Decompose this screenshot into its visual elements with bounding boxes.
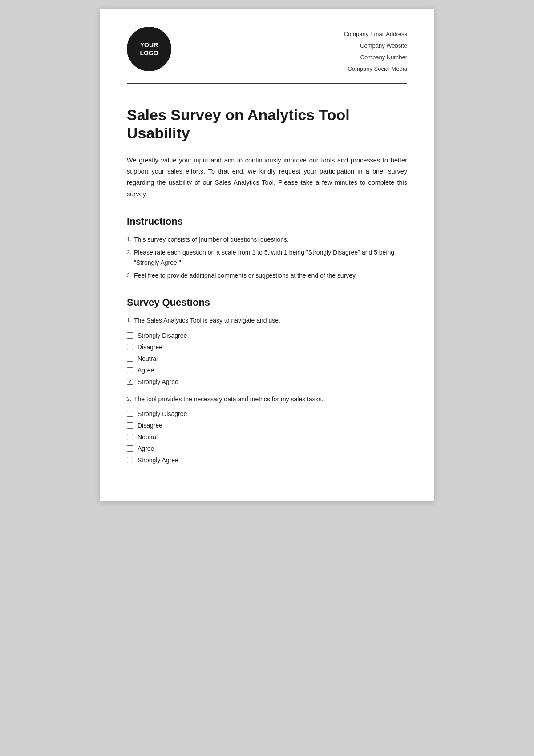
question-2-options: Strongly Disagree Disagree Neutral Agree (127, 410, 407, 464)
q1-option-strongly-agree[interactable]: Strongly Agree (127, 378, 407, 385)
question-1-options: Strongly Disagree Disagree Neutral Agree (127, 332, 407, 385)
instructions-list: 1. This survey consists of [number of qu… (127, 234, 407, 281)
q2-option-agree[interactable]: Agree (127, 445, 407, 452)
company-number: Company Number (344, 52, 407, 63)
instruction-item-1: 1. This survey consists of [number of qu… (127, 234, 407, 245)
page-header: YOUR LOGO Company Email Address Company … (127, 27, 407, 84)
q1-checkbox-strongly-disagree[interactable] (127, 332, 133, 339)
q2-checkbox-strongly-agree[interactable] (127, 457, 133, 463)
instruction-item-2: 2. Please rate each question on a scale … (127, 247, 407, 268)
instructions-section: Instructions 1. This survey consists of … (127, 216, 407, 281)
logo-line2: LOGO (140, 49, 158, 57)
q2-option-neutral[interactable]: Neutral (127, 433, 407, 441)
company-logo: YOUR LOGO (127, 27, 171, 71)
intro-text: We greatly value your input and aim to c… (127, 155, 407, 200)
q1-option-agree[interactable]: Agree (127, 367, 407, 374)
q2-checkbox-agree[interactable] (127, 445, 133, 452)
q2-checkbox-disagree[interactable] (127, 422, 133, 429)
survey-title: Survey Questions (127, 297, 407, 308)
logo-line1: YOUR (140, 41, 158, 49)
question-2-text: 2. The tool provides the necessary data … (127, 394, 407, 404)
company-email: Company Email Address (344, 28, 407, 40)
company-social: Company Social Media (344, 63, 407, 75)
survey-questions-section: Survey Questions 1. The Sales Analytics … (127, 297, 407, 464)
q1-checkbox-strongly-agree[interactable] (127, 379, 133, 385)
company-info-block: Company Email Address Company Website Co… (344, 28, 407, 75)
instruction-item-3: 3. Feel free to provide additional comme… (127, 271, 407, 281)
q2-checkbox-strongly-disagree[interactable] (127, 411, 133, 417)
question-1: 1. The Sales Analytics Tool is easy to n… (127, 315, 407, 385)
q2-checkbox-neutral[interactable] (127, 434, 133, 440)
question-2: 2. The tool provides the necessary data … (127, 394, 407, 464)
q1-option-disagree[interactable]: Disagree (127, 344, 407, 351)
q2-option-disagree[interactable]: Disagree (127, 422, 407, 429)
main-content: Sales Survey on Analytics Tool Usability… (127, 106, 407, 464)
q1-checkbox-agree[interactable] (127, 367, 133, 373)
q1-option-neutral[interactable]: Neutral (127, 355, 407, 362)
q2-option-strongly-agree[interactable]: Strongly Agree (127, 457, 407, 464)
q1-checkbox-neutral[interactable] (127, 356, 133, 362)
page-document: YOUR LOGO Company Email Address Company … (100, 9, 434, 501)
q1-checkbox-disagree[interactable] (127, 344, 133, 350)
instructions-title: Instructions (127, 216, 407, 227)
page-title: Sales Survey on Analytics Tool Usability (127, 106, 407, 142)
q2-option-strongly-disagree[interactable]: Strongly Disagree (127, 410, 407, 417)
question-1-text: 1. The Sales Analytics Tool is easy to n… (127, 315, 407, 325)
company-website: Company Website (344, 40, 407, 52)
q1-option-strongly-disagree[interactable]: Strongly Disagree (127, 332, 407, 339)
